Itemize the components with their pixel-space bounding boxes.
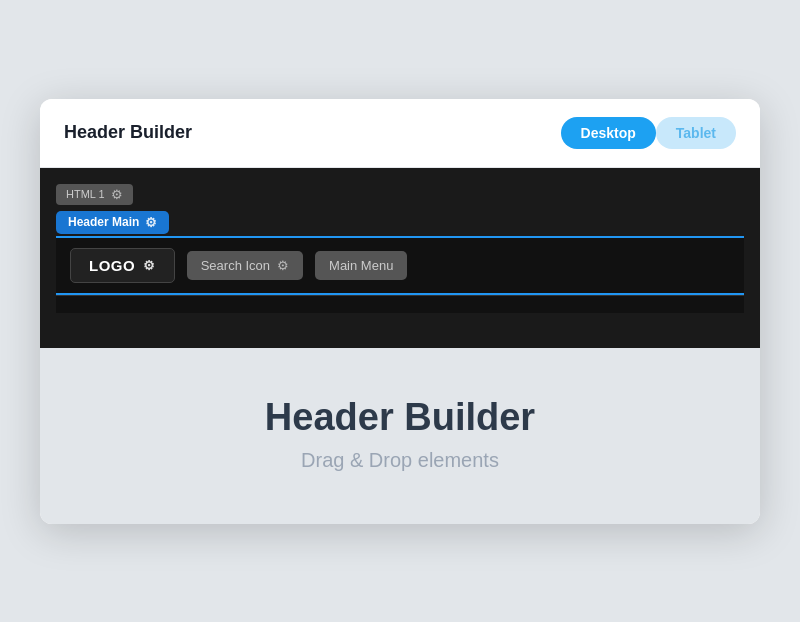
html-gear-icon: ⚙	[111, 187, 123, 202]
marketing-subtitle: Drag & Drop elements	[64, 449, 736, 472]
main-menu-chip[interactable]: Main Menu	[315, 251, 407, 280]
main-menu-label: Main Menu	[329, 258, 393, 273]
search-icon-label: Search Icon	[201, 258, 270, 273]
header-main-chip[interactable]: Header Main ⚙	[56, 211, 169, 234]
logo-label: LOGO	[89, 257, 135, 274]
header-builder-title: Header Builder	[64, 122, 192, 143]
view-toggle: Desktop Tablet	[561, 117, 736, 149]
header-main-label: Header Main	[68, 215, 139, 229]
logo-gear-icon: ⚙	[143, 258, 156, 273]
marketing-section: Header Builder Drag & Drop elements	[40, 348, 760, 524]
logo-chip[interactable]: LOGO ⚙	[70, 248, 175, 283]
search-icon-chip[interactable]: Search Icon ⚙	[187, 251, 303, 280]
builder-area: HTML 1 ⚙ Header Main ⚙ LOGO ⚙ Search Ico…	[40, 168, 760, 348]
tablet-view-button[interactable]: Tablet	[656, 117, 736, 149]
marketing-title: Header Builder	[64, 396, 736, 439]
builder-row: LOGO ⚙ Search Icon ⚙ Main Menu	[56, 236, 744, 295]
html-row: HTML 1 ⚙	[56, 184, 744, 205]
desktop-view-button[interactable]: Desktop	[561, 117, 656, 149]
card-header: Header Builder Desktop Tablet	[40, 99, 760, 168]
main-card: Header Builder Desktop Tablet HTML 1 ⚙ H…	[40, 99, 760, 524]
search-icon-gear: ⚙	[277, 258, 289, 273]
bottom-bar	[56, 295, 744, 313]
header-main-row: Header Main ⚙	[56, 211, 744, 234]
header-main-gear-icon: ⚙	[145, 215, 157, 230]
html-chip-label: HTML 1	[66, 188, 105, 200]
html-chip[interactable]: HTML 1 ⚙	[56, 184, 133, 205]
